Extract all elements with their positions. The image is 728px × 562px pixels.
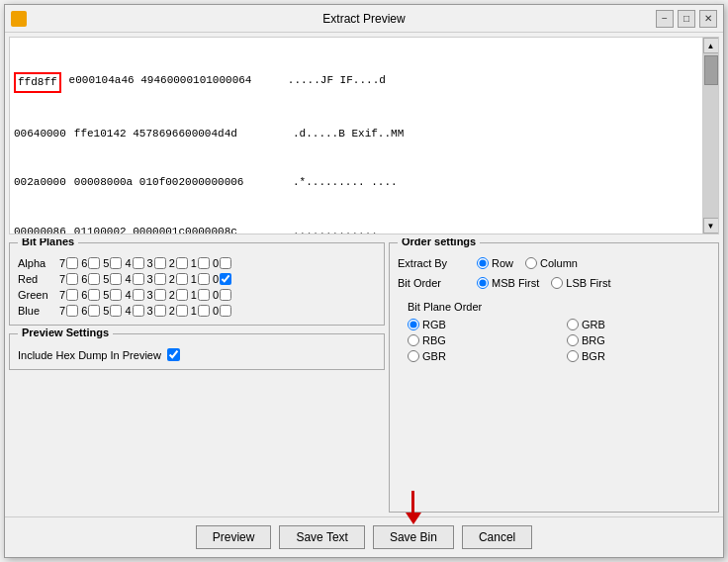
- extract-by-column-radio[interactable]: [525, 257, 537, 269]
- red-bit-2-checkbox[interactable]: [176, 273, 188, 285]
- blue-bit-4-checkbox[interactable]: [133, 305, 144, 317]
- red-bit-6: 6: [81, 273, 100, 285]
- msb-first-radio[interactable]: [477, 277, 489, 289]
- maximize-button[interactable]: □: [678, 10, 695, 28]
- hex-dump-checkbox[interactable]: [167, 348, 180, 361]
- bgr-radio[interactable]: [567, 350, 579, 362]
- red-bit-2: 2: [169, 273, 188, 285]
- blue-bit-1-checkbox[interactable]: [198, 305, 210, 317]
- green-bit-1-checkbox[interactable]: [198, 289, 210, 301]
- bit-plane-order-section: Bit Plane Order RGB GRB: [398, 301, 710, 362]
- blue-bit-0-checkbox[interactable]: [220, 305, 231, 317]
- red-bit-5-checkbox[interactable]: [110, 273, 122, 285]
- save-bin-label: Save Bin: [390, 530, 437, 544]
- red-bit-3-checkbox[interactable]: [154, 273, 166, 285]
- red-bit-0-checkbox[interactable]: [220, 273, 231, 285]
- alpha-bit-6-checkbox[interactable]: [88, 257, 100, 269]
- blue-bit-2: 2: [169, 305, 188, 317]
- blue-bit-6-checkbox[interactable]: [88, 305, 100, 317]
- lsb-first-radio[interactable]: [551, 277, 563, 289]
- extract-by-label: Extract By: [398, 257, 469, 269]
- blue-bit-3-checkbox[interactable]: [154, 305, 166, 317]
- alpha-bit-5: 5: [103, 257, 122, 269]
- save-bin-button[interactable]: Save Bin: [373, 525, 454, 549]
- brg-radio[interactable]: [567, 334, 579, 346]
- hex-scrollbar[interactable]: ▲ ▼: [702, 38, 718, 234]
- red-bits: 7 6 5 4 3 2 1 0: [59, 273, 231, 285]
- bit-plane-order-label: Bit Plane Order: [408, 301, 710, 313]
- green-bit-2-checkbox[interactable]: [176, 289, 188, 301]
- preview-settings-group: Preview Settings Include Hex Dump In Pre…: [9, 333, 385, 370]
- preview-button[interactable]: Preview: [196, 525, 272, 549]
- app-icon: [11, 11, 27, 27]
- green-bit-5-checkbox[interactable]: [110, 289, 122, 301]
- green-bit-2: 2: [169, 289, 188, 301]
- green-bit-0-checkbox[interactable]: [220, 289, 231, 301]
- blue-bit-5-checkbox[interactable]: [110, 305, 122, 317]
- arrow-head: [406, 513, 421, 524]
- alpha-bit-1-checkbox[interactable]: [198, 257, 210, 269]
- blue-bit-7: 7: [59, 305, 78, 317]
- red-bit-1-checkbox[interactable]: [198, 273, 210, 285]
- cancel-button[interactable]: Cancel: [462, 525, 532, 549]
- extract-by-row-option: Row: [477, 257, 513, 269]
- brg-option: BRG: [567, 334, 710, 346]
- title-bar-left: [11, 11, 27, 27]
- alpha-bit-0-checkbox[interactable]: [220, 257, 231, 269]
- rbg-radio[interactable]: [408, 334, 419, 346]
- alpha-bit-7-checkbox[interactable]: [66, 257, 78, 269]
- blue-row: Blue 7 6 5 4 3 2 1 0: [18, 305, 376, 317]
- lsb-first-label: LSB First: [566, 277, 610, 289]
- hex-row: 002a000000008000a 010f002000000006 .*...…: [14, 174, 698, 191]
- green-bit-1: 1: [191, 289, 210, 301]
- bit-order-label: Bit Order: [398, 277, 469, 289]
- alpha-bit-2-checkbox[interactable]: [176, 257, 188, 269]
- bit-planes-title: Bit Planes: [18, 238, 78, 247]
- scrollbar-thumb[interactable]: [704, 55, 718, 85]
- alpha-bit-3-checkbox[interactable]: [154, 257, 166, 269]
- save-text-button[interactable]: Save Text: [279, 525, 364, 549]
- scrollbar-up-button[interactable]: ▲: [703, 38, 719, 53]
- blue-bit-2-checkbox[interactable]: [176, 305, 188, 317]
- alpha-bits: 7 6 5 4 3 2 1 0: [59, 257, 231, 269]
- red-bit-1: 1: [191, 273, 210, 285]
- bit-planes-group: Bit Planes Alpha 7 6 5 4 3 2 1 0: [9, 242, 385, 326]
- close-button[interactable]: ✕: [699, 10, 717, 28]
- blue-bit-7-checkbox[interactable]: [66, 305, 78, 317]
- green-bit-6-checkbox[interactable]: [88, 289, 100, 301]
- red-bit-6-checkbox[interactable]: [88, 273, 100, 285]
- red-row: Red 7 6 5 4 3 2 1 0: [18, 273, 376, 285]
- extract-by-row-radio[interactable]: [477, 257, 489, 269]
- red-bit-7-checkbox[interactable]: [66, 273, 78, 285]
- alpha-label: Alpha: [18, 257, 55, 269]
- scrollbar-down-button[interactable]: ▼: [703, 218, 719, 234]
- alpha-bit-5-checkbox[interactable]: [110, 257, 122, 269]
- alpha-bit-0: 0: [213, 257, 231, 269]
- green-bit-7-checkbox[interactable]: [66, 289, 78, 301]
- rgb-option: RGB: [408, 319, 551, 330]
- grb-radio[interactable]: [567, 319, 579, 330]
- rgb-radio[interactable]: [408, 319, 419, 330]
- blue-label: Blue: [18, 305, 55, 317]
- green-bit-3: 3: [147, 289, 166, 301]
- green-bit-4-checkbox[interactable]: [133, 289, 144, 301]
- arrow-shaft: [411, 491, 414, 513]
- rgb-label: RGB: [422, 319, 446, 330]
- scrollbar-track[interactable]: [703, 53, 718, 218]
- green-label: Green: [18, 289, 55, 301]
- brg-label: BRG: [582, 334, 605, 346]
- order-settings-title: Order settings: [398, 238, 480, 247]
- blue-bit-4: 4: [125, 305, 143, 317]
- extract-by-column-label: Column: [540, 257, 578, 269]
- hex-addr-highlight: ffd8ff: [14, 72, 61, 93]
- hex-content: ffd8ffe000104a46 49460000101000064 .....…: [10, 38, 702, 234]
- alpha-bit-4-checkbox[interactable]: [133, 257, 144, 269]
- minimize-button[interactable]: −: [656, 10, 674, 28]
- grb-option: GRB: [567, 319, 710, 330]
- alpha-bit-6: 6: [81, 257, 100, 269]
- red-bit-4-checkbox[interactable]: [133, 273, 144, 285]
- bit-order-radio-group: MSB First LSB First: [477, 277, 611, 289]
- rbg-option: RBG: [408, 334, 551, 346]
- green-bit-3-checkbox[interactable]: [154, 289, 166, 301]
- gbr-radio[interactable]: [408, 350, 419, 362]
